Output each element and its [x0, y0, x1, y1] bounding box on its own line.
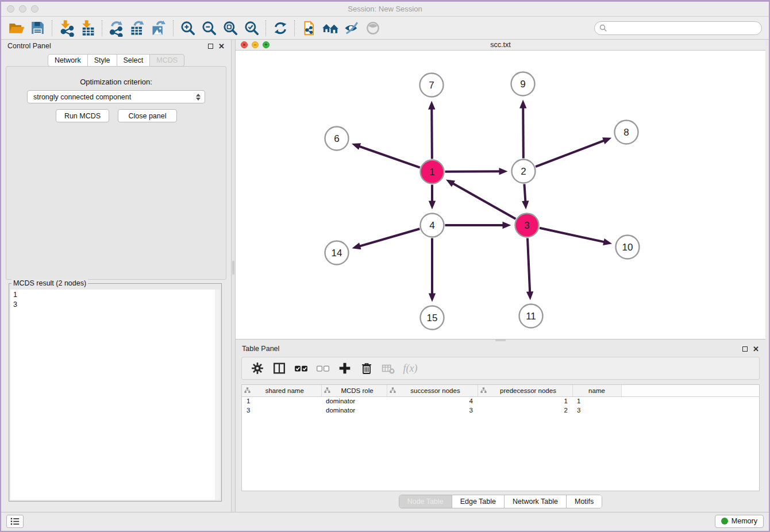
- cell-predecessor-nodes[interactable]: 1: [478, 396, 572, 406]
- column-header-predecessor-nodes[interactable]: predecessor nodes: [478, 385, 572, 396]
- mcds-result-text[interactable]: 1 3: [10, 290, 215, 500]
- node-table[interactable]: shared nameMCDS rolesuccessor nodesprede…: [242, 385, 759, 415]
- panel-divider[interactable]: [231, 40, 236, 512]
- column-header-mcds-role[interactable]: MCDS role: [321, 385, 387, 396]
- column-header-shared-name[interactable]: shared name: [242, 385, 321, 396]
- edge-4-15[interactable]: [429, 238, 436, 302]
- table-options-button[interactable]: [248, 359, 267, 377]
- tab-mcds[interactable]: MCDS: [149, 54, 184, 67]
- zoom-fit-button[interactable]: [220, 18, 241, 38]
- cell-name[interactable]: 1: [572, 396, 621, 406]
- node-14[interactable]: 14: [325, 241, 349, 265]
- run-mcds-button[interactable]: Run MCDS: [56, 109, 109, 122]
- float-table-panel-icon[interactable]: [742, 346, 748, 352]
- deselect-all-rows-button[interactable]: [313, 359, 333, 377]
- save-session-button[interactable]: [27, 18, 48, 38]
- tab-network[interactable]: Network: [48, 54, 88, 67]
- export-image-button[interactable]: [148, 18, 170, 38]
- cell-mcds-role[interactable]: dominator: [321, 406, 387, 415]
- apply-function-button[interactable]: f(x): [401, 359, 420, 377]
- divider-handle[interactable]: [232, 261, 234, 275]
- edge-1-6[interactable]: [352, 143, 420, 167]
- zoom-out-button[interactable]: [198, 18, 220, 38]
- node-11[interactable]: 11: [519, 304, 543, 328]
- horizontal-splitter[interactable]: [236, 340, 765, 342]
- network-close-button[interactable]: ×: [241, 41, 248, 48]
- apply-layout-button[interactable]: [270, 18, 291, 38]
- edge-1-2[interactable]: [445, 168, 507, 175]
- close-panel-icon[interactable]: ✕: [218, 43, 225, 50]
- cell-predecessor-nodes[interactable]: 2: [478, 406, 572, 415]
- delete-columns-button[interactable]: [357, 359, 376, 377]
- tab-select[interactable]: Select: [117, 54, 151, 67]
- show-all-button[interactable]: [362, 18, 383, 38]
- cell-shared-name[interactable]: 1: [242, 396, 321, 406]
- close-table-panel-icon[interactable]: ✕: [753, 345, 759, 353]
- table-row[interactable]: 1dominator411: [242, 396, 759, 406]
- node-2[interactable]: 2: [512, 160, 536, 183]
- table-row[interactable]: 3dominator323: [242, 406, 759, 415]
- import-table-button[interactable]: [77, 18, 98, 38]
- edge-3-10[interactable]: [540, 228, 612, 245]
- main-area: Control Panel ✕ NetworkStyleSelectMCDS O…: [1, 40, 769, 512]
- float-panel-icon[interactable]: [208, 44, 213, 49]
- edge-4-3[interactable]: [445, 222, 511, 229]
- edge-2-9[interactable]: [519, 99, 526, 158]
- node-15[interactable]: 15: [421, 306, 444, 330]
- splitter-handle[interactable]: [495, 340, 506, 341]
- new-network-from-selection-button[interactable]: [298, 18, 319, 38]
- zoom-selected-button[interactable]: [241, 18, 262, 38]
- node-3[interactable]: 3: [515, 214, 539, 237]
- edge-2-8[interactable]: [536, 137, 611, 167]
- edge-1-7[interactable]: [428, 101, 435, 159]
- first-neighbors-button[interactable]: [319, 18, 341, 38]
- cell-name[interactable]: 3: [572, 406, 621, 415]
- export-table-button[interactable]: [127, 18, 148, 38]
- task-history-button[interactable]: [6, 515, 24, 528]
- close-window-button[interactable]: [7, 5, 14, 13]
- show-columns-button[interactable]: [270, 359, 289, 377]
- tab-motifs[interactable]: Motifs: [566, 495, 602, 508]
- node-4[interactable]: 4: [421, 214, 444, 237]
- column-header-successor-nodes[interactable]: successor nodes: [387, 385, 478, 396]
- node-10[interactable]: 10: [616, 236, 640, 259]
- edge-3-11[interactable]: [526, 238, 533, 300]
- result-scrollbar[interactable]: [215, 290, 220, 500]
- node-7[interactable]: 7: [420, 74, 444, 97]
- tab-edge-table[interactable]: Edge Table: [452, 495, 504, 508]
- cell-successor-nodes[interactable]: 3: [387, 406, 478, 415]
- network-minimize-button[interactable]: −: [252, 41, 259, 48]
- tab-network-table[interactable]: Network Table: [504, 495, 566, 508]
- memory-button[interactable]: Memory: [715, 515, 764, 528]
- export-network-button[interactable]: [106, 18, 127, 38]
- node-9[interactable]: 9: [511, 72, 535, 96]
- minimize-window-button[interactable]: [19, 5, 26, 13]
- edge-2-3[interactable]: [522, 184, 529, 209]
- node-1[interactable]: 1: [421, 160, 444, 184]
- node-6[interactable]: 6: [325, 127, 349, 151]
- delete-table-button[interactable]: [379, 359, 398, 377]
- node-8[interactable]: 8: [615, 121, 638, 144]
- hide-selected-button[interactable]: [341, 18, 362, 38]
- cell-shared-name[interactable]: 3: [242, 406, 321, 415]
- network-zoom-button[interactable]: +: [263, 41, 270, 48]
- optimization-criterion-select[interactable]: strongly connected component: [27, 90, 205, 103]
- network-canvas[interactable]: 7968124314101511: [236, 51, 765, 339]
- close-panel-button[interactable]: Close panel: [118, 109, 177, 122]
- edge-4-14[interactable]: [352, 229, 419, 249]
- edge-1-4[interactable]: [429, 185, 436, 210]
- select-all-rows-button[interactable]: [291, 359, 311, 377]
- zoom-in-button[interactable]: [177, 18, 198, 38]
- tab-style[interactable]: Style: [87, 54, 117, 67]
- zoom-window-button[interactable]: [31, 5, 38, 13]
- add-column-button[interactable]: [335, 359, 355, 377]
- import-network-button[interactable]: [56, 18, 77, 38]
- tab-node-table[interactable]: Node Table: [399, 495, 452, 508]
- column-header-name[interactable]: name: [572, 385, 621, 396]
- cell-successor-nodes[interactable]: 4: [387, 396, 478, 406]
- search-input[interactable]: [594, 21, 762, 35]
- open-session-button[interactable]: [6, 18, 27, 38]
- edge-3-1[interactable]: [446, 180, 515, 219]
- export-network-icon: [108, 20, 125, 37]
- cell-mcds-role[interactable]: dominator: [321, 396, 387, 406]
